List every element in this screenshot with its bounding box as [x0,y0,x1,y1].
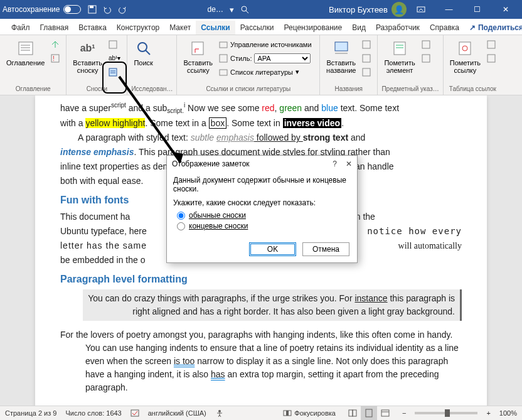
search-icon[interactable] [240,5,249,14]
chevron-down-icon[interactable]: ▾ [230,5,234,14]
svg-rect-1 [90,6,93,8]
green-text: green [279,103,302,113]
read-mode-icon[interactable] [344,406,361,420]
dialog-title: Отображение заметок [172,159,250,168]
tab-references[interactable]: Ссылки [196,21,235,35]
group-index: Пометить элемент Предметный указ… [378,35,443,95]
svg-point-2 [242,6,247,11]
view-buttons [344,406,393,420]
user-section[interactable]: Виктор Бухтеев 👤 [329,2,407,17]
insert-caption-button[interactable]: Вставить название [324,38,358,75]
doc-name: de… [208,5,223,14]
close-icon[interactable]: ✕ [346,159,352,168]
cancel-button[interactable]: Отмена [302,242,349,256]
web-layout-icon[interactable] [377,406,393,420]
zoom-in-icon[interactable]: + [486,409,490,417]
page-indicator[interactable]: Страница 2 из 9 [5,409,56,417]
share-label: Поделиться [478,23,522,32]
title-center: de… ▾ [127,5,329,14]
citation-icon [189,39,208,58]
word-count[interactable]: Число слов: 1643 [65,409,121,417]
radio-footnotes[interactable]: обычные сноски [177,211,351,220]
radio-endnotes[interactable]: концевые сноски [177,222,351,230]
insert-footnote-label: Вставить сноску [73,59,102,74]
tab-review[interactable]: Рецензирование [279,21,348,35]
search-label: Поиск [134,59,152,67]
undo-icon[interactable] [102,4,112,14]
text: and [348,132,365,143]
accessibility-icon[interactable] [215,409,224,417]
insert-tof-button[interactable] [360,38,373,51]
ribbon-options-icon[interactable] [407,0,435,19]
spellcheck-icon[interactable] [130,409,139,417]
print-layout-icon[interactable] [361,406,377,420]
share-button[interactable]: ↗Поделиться [464,21,522,35]
tab-insert[interactable]: Вставка [73,21,112,35]
insert-citation-button[interactable]: Вставить ссылку [181,38,215,75]
insert-index-button[interactable] [419,38,433,51]
tab-home[interactable]: Главная [35,21,74,35]
autosave-toggle[interactable] [63,5,81,14]
zoom-out-icon[interactable]: − [402,409,406,417]
maximize-icon[interactable]: ☐ [463,0,491,19]
svg-rect-20 [220,70,227,75]
manage-sources-button[interactable]: Управление источниками [216,38,316,51]
ok-button[interactable]: OK [249,242,296,256]
tab-design[interactable]: Конструктор [112,21,164,35]
svg-rect-43 [366,409,372,417]
group-captions-label: Названия [324,84,373,92]
add-text-button[interactable] [48,38,62,51]
mark-citation-icon [455,39,474,58]
tab-layout[interactable]: Макет [164,21,196,35]
caption-icon [332,39,351,58]
text: Now we see some [185,103,262,113]
minimize-icon[interactable]: — [435,0,463,19]
dialog-prompt: Укажите, какие сноски следует показать: [173,198,351,207]
group-toc: Оглавление ! Оглавление [0,35,67,95]
link[interactable]: instance [354,293,387,303]
cross-ref-button[interactable] [360,65,373,78]
search-button[interactable]: Поиск [131,38,155,68]
close-icon[interactable]: ✕ [491,0,519,19]
save-icon[interactable] [87,4,97,14]
style-selector[interactable]: Стиль:APA [216,51,316,65]
mark-citation-button[interactable]: Пометить ссылку [447,38,483,75]
toc-button[interactable]: Оглавление [4,38,47,68]
zoom-level[interactable]: 100% [499,409,517,417]
tab-view[interactable]: Вид [347,21,371,35]
group-index-label: Предметный указ… [381,84,439,92]
tab-developer[interactable]: Разработчик [371,21,425,35]
insert-endnote-button[interactable] [106,38,123,51]
update-toc-button[interactable]: ! [48,51,62,65]
tab-file[interactable]: Файл [6,21,35,35]
focus-mode[interactable]: Фокусировка [283,409,336,417]
update-tof-button[interactable] [360,51,373,65]
style-dropdown[interactable]: APA [254,53,311,63]
tab-help[interactable]: Справка [425,21,464,35]
avatar[interactable]: 👤 [392,2,407,17]
language-indicator[interactable]: английский (США) [148,409,206,417]
redo-icon[interactable] [117,4,127,14]
next-footnote-button[interactable]: ab¹▾ [106,51,123,65]
focus-label: Фокусировка [294,409,336,417]
mono-text: notice how every [367,225,462,238]
show-notes-button[interactable] [106,65,123,78]
radio-footnotes-input[interactable] [177,212,185,220]
insert-toa-button[interactable] [484,38,498,51]
insert-footnote-button[interactable]: ab¹ Вставить сноску [70,38,105,75]
tab-mailings[interactable]: Рассылки [235,21,279,35]
update-index-button[interactable] [419,51,433,65]
radio-endnotes-input[interactable] [177,222,185,230]
bibliography-button[interactable]: Список литературы ▾ [216,65,316,78]
svg-rect-33 [487,41,495,48]
grammar-check: has [211,369,225,379]
highlight-text: yellow highlight [85,118,145,128]
mark-entry-button[interactable]: Пометить элемент [381,38,417,75]
help-icon[interactable]: ? [333,159,337,168]
red-text: red [262,103,274,113]
update-toa-button[interactable] [484,51,498,65]
svg-rect-19 [220,55,227,62]
zoom-slider[interactable] [415,412,477,414]
svg-rect-4 [417,7,425,12]
text: text. Some text [338,103,399,113]
